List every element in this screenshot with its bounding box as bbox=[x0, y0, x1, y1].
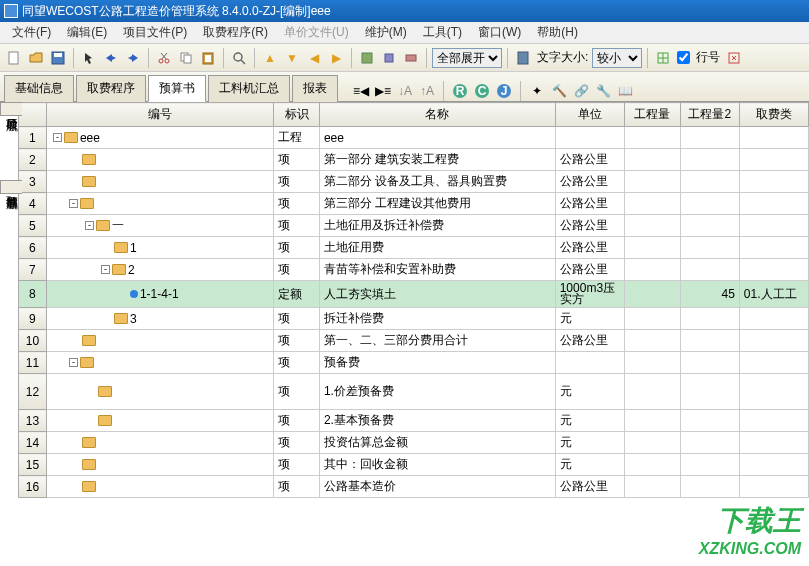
row-number[interactable]: 7 bbox=[19, 259, 47, 281]
cut-icon[interactable] bbox=[154, 48, 174, 68]
cell-unit[interactable]: 公路公里 bbox=[555, 330, 625, 352]
cell-q2[interactable] bbox=[680, 410, 739, 432]
cell-q1[interactable] bbox=[625, 410, 680, 432]
cell-fee[interactable] bbox=[739, 374, 808, 410]
tool2-icon[interactable] bbox=[379, 48, 399, 68]
tool1-icon[interactable] bbox=[357, 48, 377, 68]
cell-unit[interactable]: 公路公里 bbox=[555, 476, 625, 498]
cell-unit[interactable]: 公路公里 bbox=[555, 259, 625, 281]
cell-q1[interactable] bbox=[625, 281, 680, 308]
side-tab-project-nav[interactable]: 项目导航 bbox=[0, 102, 22, 116]
cell-name[interactable]: 预备费 bbox=[319, 352, 555, 374]
cell-code[interactable]: - bbox=[46, 193, 274, 215]
cell-mark[interactable]: 项 bbox=[274, 454, 319, 476]
cell-unit[interactable]: 公路公里 bbox=[555, 149, 625, 171]
cell-q2[interactable] bbox=[680, 171, 739, 193]
table-row[interactable]: 7-2项青苗等补偿和安置补助费公路公里 bbox=[19, 259, 809, 281]
paste-icon[interactable] bbox=[198, 48, 218, 68]
table-row[interactable]: 12项1.价差预备费元 bbox=[19, 374, 809, 410]
cell-q2[interactable] bbox=[680, 259, 739, 281]
cell-code[interactable] bbox=[46, 149, 274, 171]
cell-q1[interactable] bbox=[625, 308, 680, 330]
sort-desc-icon[interactable]: ↑A bbox=[418, 82, 436, 100]
grid-area[interactable]: 编号标识名称单位工程量工程量2取费类 1-eee工程eee2项第一部分 建筑安装… bbox=[18, 102, 809, 566]
right-arrow-icon[interactable]: ▶ bbox=[326, 48, 346, 68]
cell-mark[interactable]: 项 bbox=[274, 149, 319, 171]
cell-fee[interactable] bbox=[739, 330, 808, 352]
cell-q1[interactable] bbox=[625, 454, 680, 476]
cell-mark[interactable]: 项 bbox=[274, 193, 319, 215]
menu-1[interactable]: 编辑(E) bbox=[59, 22, 115, 43]
cell-fee[interactable]: 01.人工工 bbox=[739, 281, 808, 308]
cell-unit[interactable]: 公路公里 bbox=[555, 193, 625, 215]
cell-fee[interactable] bbox=[739, 352, 808, 374]
cell-q1[interactable] bbox=[625, 259, 680, 281]
left-arrow-icon[interactable]: ◀ bbox=[304, 48, 324, 68]
cell-mark[interactable]: 项 bbox=[274, 410, 319, 432]
cell-unit[interactable]: 元 bbox=[555, 308, 625, 330]
menu-7[interactable]: 窗口(W) bbox=[470, 22, 529, 43]
table-row[interactable]: 5-一项土地征用及拆迁补偿费公路公里 bbox=[19, 215, 809, 237]
cell-name[interactable]: 青苗等补偿和安置补助费 bbox=[319, 259, 555, 281]
row-number[interactable]: 6 bbox=[19, 237, 47, 259]
col-header-4[interactable]: 单位 bbox=[555, 103, 625, 127]
lineno-checkbox[interactable] bbox=[677, 51, 690, 64]
cell-mark[interactable]: 项 bbox=[274, 432, 319, 454]
cell-name[interactable]: 拆迁补偿费 bbox=[319, 308, 555, 330]
cell-mark[interactable]: 项 bbox=[274, 374, 319, 410]
row-number[interactable]: 5 bbox=[19, 215, 47, 237]
cell-mark[interactable]: 定额 bbox=[274, 281, 319, 308]
expand-icon[interactable]: - bbox=[69, 358, 78, 367]
cell-q2[interactable] bbox=[680, 149, 739, 171]
cell-fee[interactable] bbox=[739, 215, 808, 237]
pointer-icon[interactable] bbox=[79, 48, 99, 68]
cell-fee[interactable] bbox=[739, 193, 808, 215]
cell-fee[interactable] bbox=[739, 476, 808, 498]
cell-fee[interactable] bbox=[739, 149, 808, 171]
cell-fee[interactable] bbox=[739, 127, 808, 149]
table-row[interactable]: 11-项预备费 bbox=[19, 352, 809, 374]
table-row[interactable]: 14项投资估算总金额元 bbox=[19, 432, 809, 454]
cell-name[interactable]: 公路基本造价 bbox=[319, 476, 555, 498]
cell-q2[interactable] bbox=[680, 432, 739, 454]
cell-code[interactable]: -eee bbox=[46, 127, 274, 149]
book-icon[interactable]: 📖 bbox=[616, 82, 634, 100]
cell-fee[interactable] bbox=[739, 171, 808, 193]
row-number[interactable]: 8 bbox=[19, 281, 47, 308]
table-row[interactable]: 81-1-4-1定额人工夯实填土1000m3压实方4501.人工工 bbox=[19, 281, 809, 308]
cell-name[interactable]: 土地征用费 bbox=[319, 237, 555, 259]
col-header-3[interactable]: 名称 bbox=[319, 103, 555, 127]
row-number[interactable]: 10 bbox=[19, 330, 47, 352]
link-icon[interactable]: 🔗 bbox=[572, 82, 590, 100]
cell-fee[interactable] bbox=[739, 237, 808, 259]
cell-code[interactable] bbox=[46, 330, 274, 352]
menu-2[interactable]: 项目文件(P) bbox=[115, 22, 195, 43]
copy-icon[interactable] bbox=[176, 48, 196, 68]
row-number[interactable]: 9 bbox=[19, 308, 47, 330]
col-header-0[interactable] bbox=[19, 103, 47, 127]
table-row[interactable]: 93项拆迁补偿费元 bbox=[19, 308, 809, 330]
cell-name[interactable]: 土地征用及拆迁补偿费 bbox=[319, 215, 555, 237]
cell-q2[interactable] bbox=[680, 308, 739, 330]
row-number[interactable]: 12 bbox=[19, 374, 47, 410]
cell-code[interactable] bbox=[46, 374, 274, 410]
table-row[interactable]: 3项第二部分 设备及工具、器具购置费公路公里 bbox=[19, 171, 809, 193]
cell-unit[interactable]: 公路公里 bbox=[555, 215, 625, 237]
row-number[interactable]: 3 bbox=[19, 171, 47, 193]
cell-mark[interactable]: 项 bbox=[274, 215, 319, 237]
table-row[interactable]: 13项2.基本预备费元 bbox=[19, 410, 809, 432]
cell-code[interactable]: 1 bbox=[46, 237, 274, 259]
cell-q2[interactable] bbox=[680, 454, 739, 476]
expand-icon[interactable]: - bbox=[101, 265, 110, 274]
col-header-6[interactable]: 工程量2 bbox=[680, 103, 739, 127]
cell-name[interactable]: 人工夯实填土 bbox=[319, 281, 555, 308]
indent-right-icon[interactable]: ▶≡ bbox=[374, 82, 392, 100]
cell-name[interactable]: eee bbox=[319, 127, 555, 149]
cell-q1[interactable] bbox=[625, 149, 680, 171]
cell-name[interactable]: 投资估算总金额 bbox=[319, 432, 555, 454]
cell-q1[interactable] bbox=[625, 352, 680, 374]
menu-0[interactable]: 文件(F) bbox=[4, 22, 59, 43]
cell-name[interactable]: 其中：回收金额 bbox=[319, 454, 555, 476]
menu-3[interactable]: 取费程序(R) bbox=[195, 22, 276, 43]
cell-q1[interactable] bbox=[625, 374, 680, 410]
